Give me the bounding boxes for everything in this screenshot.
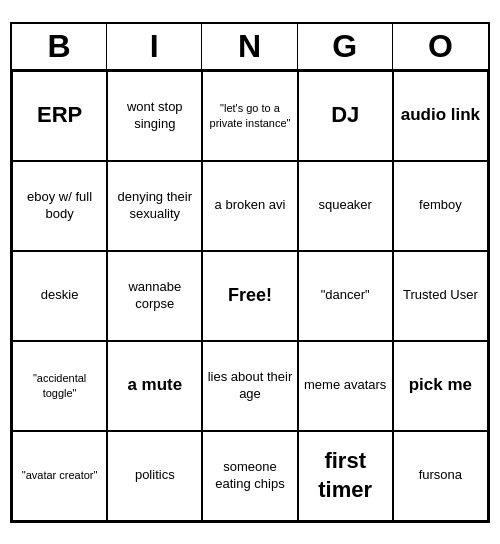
bingo-cell[interactable]: audio link <box>393 71 488 161</box>
bingo-cell[interactable]: lies about their age <box>202 341 297 431</box>
bingo-cell[interactable]: Trusted User <box>393 251 488 341</box>
bingo-cell[interactable]: wannabe corpse <box>107 251 202 341</box>
bingo-cell[interactable]: fursona <box>393 431 488 521</box>
bingo-cell[interactable]: someone eating chips <box>202 431 297 521</box>
bingo-cell[interactable]: meme avatars <box>298 341 393 431</box>
bingo-grid: ERPwont stop singing"let's go to a priva… <box>12 71 488 521</box>
bingo-cell[interactable]: Free! <box>202 251 297 341</box>
bingo-cell[interactable]: politics <box>107 431 202 521</box>
bingo-header: B I N G O <box>12 24 488 71</box>
bingo-cell[interactable]: squeaker <box>298 161 393 251</box>
bingo-cell[interactable]: eboy w/ full body <box>12 161 107 251</box>
bingo-cell[interactable]: wont stop singing <box>107 71 202 161</box>
header-n: N <box>202 24 297 69</box>
bingo-card: B I N G O ERPwont stop singing"let's go … <box>10 22 490 523</box>
bingo-cell[interactable]: a broken avi <box>202 161 297 251</box>
bingo-cell[interactable]: "avatar creator" <box>12 431 107 521</box>
bingo-cell[interactable]: "let's go to a private instance" <box>202 71 297 161</box>
bingo-cell[interactable]: "accidental toggle" <box>12 341 107 431</box>
bingo-cell[interactable]: first timer <box>298 431 393 521</box>
bingo-cell[interactable]: ERP <box>12 71 107 161</box>
header-o: O <box>393 24 488 69</box>
bingo-cell[interactable]: deskie <box>12 251 107 341</box>
bingo-cell[interactable]: pick me <box>393 341 488 431</box>
bingo-cell[interactable]: "dancer" <box>298 251 393 341</box>
bingo-cell[interactable]: DJ <box>298 71 393 161</box>
header-b: B <box>12 24 107 69</box>
bingo-cell[interactable]: femboy <box>393 161 488 251</box>
bingo-cell[interactable]: denying their sexuality <box>107 161 202 251</box>
header-g: G <box>298 24 393 69</box>
bingo-cell[interactable]: a mute <box>107 341 202 431</box>
header-i: I <box>107 24 202 69</box>
